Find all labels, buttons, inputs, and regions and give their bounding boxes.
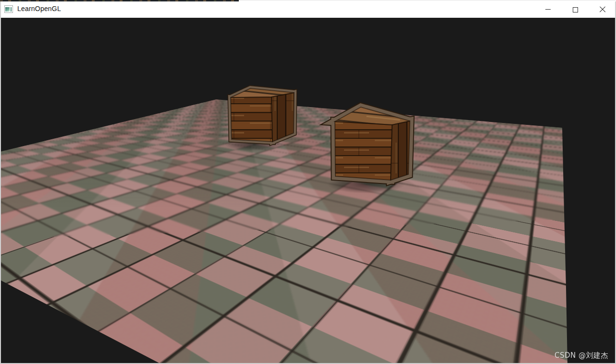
maximize-button[interactable]	[561, 0, 589, 18]
minimize-icon	[545, 9, 551, 10]
window-controls	[534, 0, 616, 18]
crate-far-shadow	[213, 134, 296, 154]
watermark: CSDN @刘建杰	[554, 351, 608, 360]
maximize-icon	[573, 7, 578, 12]
close-button[interactable]	[589, 0, 616, 18]
window-border-left	[0, 1, 1, 364]
window-title: LearnOpenGL	[17, 5, 61, 12]
titlebar[interactable]: LearnOpenGL	[0, 0, 616, 18]
app-window-icon	[4, 5, 13, 13]
opengl-viewport[interactable]: CSDN @刘建杰	[0, 18, 616, 364]
app-window: LearnOpenGL	[0, 0, 616, 364]
close-icon	[599, 6, 606, 13]
minimize-button[interactable]	[534, 0, 561, 18]
background-window-sliver	[0, 0, 239, 1]
crate-near-shadow	[312, 172, 420, 197]
